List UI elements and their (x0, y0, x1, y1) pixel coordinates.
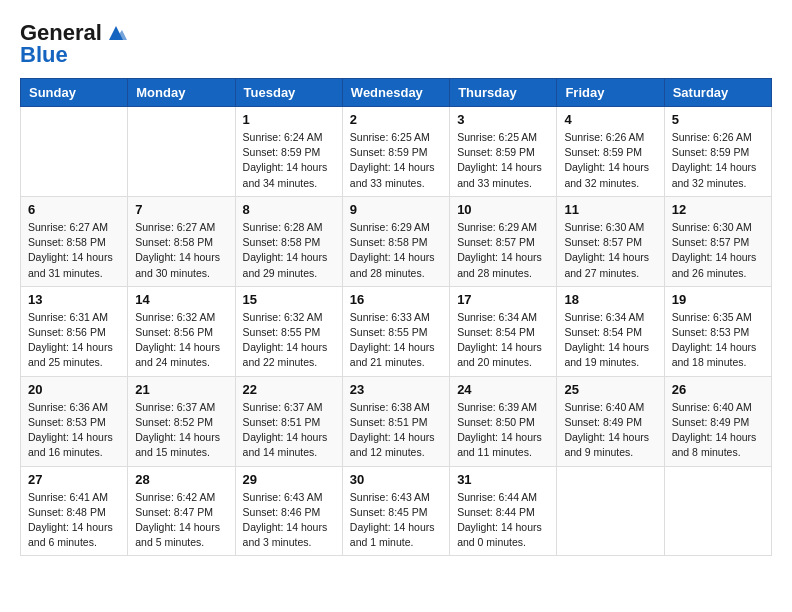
calendar-cell: 31Sunrise: 6:44 AM Sunset: 8:44 PM Dayli… (450, 466, 557, 556)
calendar-cell: 15Sunrise: 6:32 AM Sunset: 8:55 PM Dayli… (235, 286, 342, 376)
day-number: 21 (135, 382, 227, 397)
day-info: Sunrise: 6:26 AM Sunset: 8:59 PM Dayligh… (564, 130, 656, 191)
day-number: 8 (243, 202, 335, 217)
day-number: 30 (350, 472, 442, 487)
day-number: 12 (672, 202, 764, 217)
calendar-cell: 3Sunrise: 6:25 AM Sunset: 8:59 PM Daylig… (450, 107, 557, 197)
calendar-body: 1Sunrise: 6:24 AM Sunset: 8:59 PM Daylig… (21, 107, 772, 556)
day-number: 9 (350, 202, 442, 217)
day-info: Sunrise: 6:39 AM Sunset: 8:50 PM Dayligh… (457, 400, 549, 461)
weekday-header-thursday: Thursday (450, 79, 557, 107)
calendar-cell: 18Sunrise: 6:34 AM Sunset: 8:54 PM Dayli… (557, 286, 664, 376)
weekday-header-row: SundayMondayTuesdayWednesdayThursdayFrid… (21, 79, 772, 107)
calendar-cell: 1Sunrise: 6:24 AM Sunset: 8:59 PM Daylig… (235, 107, 342, 197)
day-info: Sunrise: 6:25 AM Sunset: 8:59 PM Dayligh… (350, 130, 442, 191)
day-info: Sunrise: 6:43 AM Sunset: 8:45 PM Dayligh… (350, 490, 442, 551)
day-number: 16 (350, 292, 442, 307)
logo-icon (105, 22, 127, 44)
day-info: Sunrise: 6:35 AM Sunset: 8:53 PM Dayligh… (672, 310, 764, 371)
calendar-cell: 23Sunrise: 6:38 AM Sunset: 8:51 PM Dayli… (342, 376, 449, 466)
calendar-cell: 19Sunrise: 6:35 AM Sunset: 8:53 PM Dayli… (664, 286, 771, 376)
day-number: 22 (243, 382, 335, 397)
day-info: Sunrise: 6:33 AM Sunset: 8:55 PM Dayligh… (350, 310, 442, 371)
calendar-cell (21, 107, 128, 197)
day-number: 14 (135, 292, 227, 307)
calendar-cell: 30Sunrise: 6:43 AM Sunset: 8:45 PM Dayli… (342, 466, 449, 556)
day-info: Sunrise: 6:27 AM Sunset: 8:58 PM Dayligh… (28, 220, 120, 281)
day-info: Sunrise: 6:30 AM Sunset: 8:57 PM Dayligh… (564, 220, 656, 281)
day-info: Sunrise: 6:36 AM Sunset: 8:53 PM Dayligh… (28, 400, 120, 461)
calendar-cell: 28Sunrise: 6:42 AM Sunset: 8:47 PM Dayli… (128, 466, 235, 556)
day-number: 23 (350, 382, 442, 397)
weekday-header-monday: Monday (128, 79, 235, 107)
calendar-cell: 17Sunrise: 6:34 AM Sunset: 8:54 PM Dayli… (450, 286, 557, 376)
day-info: Sunrise: 6:40 AM Sunset: 8:49 PM Dayligh… (564, 400, 656, 461)
calendar-cell: 8Sunrise: 6:28 AM Sunset: 8:58 PM Daylig… (235, 196, 342, 286)
calendar-cell: 27Sunrise: 6:41 AM Sunset: 8:48 PM Dayli… (21, 466, 128, 556)
day-number: 19 (672, 292, 764, 307)
day-number: 11 (564, 202, 656, 217)
day-info: Sunrise: 6:32 AM Sunset: 8:55 PM Dayligh… (243, 310, 335, 371)
page-header: General Blue (20, 20, 772, 68)
day-info: Sunrise: 6:40 AM Sunset: 8:49 PM Dayligh… (672, 400, 764, 461)
calendar-cell: 25Sunrise: 6:40 AM Sunset: 8:49 PM Dayli… (557, 376, 664, 466)
calendar-cell: 10Sunrise: 6:29 AM Sunset: 8:57 PM Dayli… (450, 196, 557, 286)
calendar-cell: 14Sunrise: 6:32 AM Sunset: 8:56 PM Dayli… (128, 286, 235, 376)
calendar-cell: 16Sunrise: 6:33 AM Sunset: 8:55 PM Dayli… (342, 286, 449, 376)
weekday-header-wednesday: Wednesday (342, 79, 449, 107)
day-number: 5 (672, 112, 764, 127)
calendar-header: SundayMondayTuesdayWednesdayThursdayFrid… (21, 79, 772, 107)
calendar-cell: 5Sunrise: 6:26 AM Sunset: 8:59 PM Daylig… (664, 107, 771, 197)
weekday-header-sunday: Sunday (21, 79, 128, 107)
calendar-cell: 2Sunrise: 6:25 AM Sunset: 8:59 PM Daylig… (342, 107, 449, 197)
day-number: 2 (350, 112, 442, 127)
logo-blue-text: Blue (20, 42, 68, 68)
calendar-cell: 6Sunrise: 6:27 AM Sunset: 8:58 PM Daylig… (21, 196, 128, 286)
day-info: Sunrise: 6:29 AM Sunset: 8:57 PM Dayligh… (457, 220, 549, 281)
day-number: 18 (564, 292, 656, 307)
calendar-week-5: 27Sunrise: 6:41 AM Sunset: 8:48 PM Dayli… (21, 466, 772, 556)
calendar-cell: 26Sunrise: 6:40 AM Sunset: 8:49 PM Dayli… (664, 376, 771, 466)
day-number: 1 (243, 112, 335, 127)
weekday-header-friday: Friday (557, 79, 664, 107)
day-info: Sunrise: 6:37 AM Sunset: 8:51 PM Dayligh… (243, 400, 335, 461)
calendar-cell: 9Sunrise: 6:29 AM Sunset: 8:58 PM Daylig… (342, 196, 449, 286)
calendar-cell: 29Sunrise: 6:43 AM Sunset: 8:46 PM Dayli… (235, 466, 342, 556)
day-number: 26 (672, 382, 764, 397)
calendar-cell: 22Sunrise: 6:37 AM Sunset: 8:51 PM Dayli… (235, 376, 342, 466)
calendar-week-4: 20Sunrise: 6:36 AM Sunset: 8:53 PM Dayli… (21, 376, 772, 466)
day-info: Sunrise: 6:34 AM Sunset: 8:54 PM Dayligh… (564, 310, 656, 371)
day-info: Sunrise: 6:27 AM Sunset: 8:58 PM Dayligh… (135, 220, 227, 281)
weekday-header-saturday: Saturday (664, 79, 771, 107)
calendar-week-2: 6Sunrise: 6:27 AM Sunset: 8:58 PM Daylig… (21, 196, 772, 286)
day-info: Sunrise: 6:28 AM Sunset: 8:58 PM Dayligh… (243, 220, 335, 281)
calendar-cell: 20Sunrise: 6:36 AM Sunset: 8:53 PM Dayli… (21, 376, 128, 466)
calendar-table: SundayMondayTuesdayWednesdayThursdayFrid… (20, 78, 772, 556)
day-number: 27 (28, 472, 120, 487)
day-info: Sunrise: 6:31 AM Sunset: 8:56 PM Dayligh… (28, 310, 120, 371)
day-info: Sunrise: 6:43 AM Sunset: 8:46 PM Dayligh… (243, 490, 335, 551)
day-number: 7 (135, 202, 227, 217)
day-number: 13 (28, 292, 120, 307)
day-number: 10 (457, 202, 549, 217)
calendar-week-1: 1Sunrise: 6:24 AM Sunset: 8:59 PM Daylig… (21, 107, 772, 197)
calendar-cell (664, 466, 771, 556)
day-info: Sunrise: 6:26 AM Sunset: 8:59 PM Dayligh… (672, 130, 764, 191)
day-number: 31 (457, 472, 549, 487)
calendar-cell: 7Sunrise: 6:27 AM Sunset: 8:58 PM Daylig… (128, 196, 235, 286)
day-number: 28 (135, 472, 227, 487)
day-number: 3 (457, 112, 549, 127)
day-info: Sunrise: 6:44 AM Sunset: 8:44 PM Dayligh… (457, 490, 549, 551)
day-info: Sunrise: 6:30 AM Sunset: 8:57 PM Dayligh… (672, 220, 764, 281)
day-number: 24 (457, 382, 549, 397)
calendar-cell (557, 466, 664, 556)
calendar-cell: 12Sunrise: 6:30 AM Sunset: 8:57 PM Dayli… (664, 196, 771, 286)
calendar-cell: 24Sunrise: 6:39 AM Sunset: 8:50 PM Dayli… (450, 376, 557, 466)
day-number: 4 (564, 112, 656, 127)
day-number: 6 (28, 202, 120, 217)
day-info: Sunrise: 6:38 AM Sunset: 8:51 PM Dayligh… (350, 400, 442, 461)
calendar-cell: 21Sunrise: 6:37 AM Sunset: 8:52 PM Dayli… (128, 376, 235, 466)
calendar-week-3: 13Sunrise: 6:31 AM Sunset: 8:56 PM Dayli… (21, 286, 772, 376)
day-number: 29 (243, 472, 335, 487)
day-info: Sunrise: 6:29 AM Sunset: 8:58 PM Dayligh… (350, 220, 442, 281)
